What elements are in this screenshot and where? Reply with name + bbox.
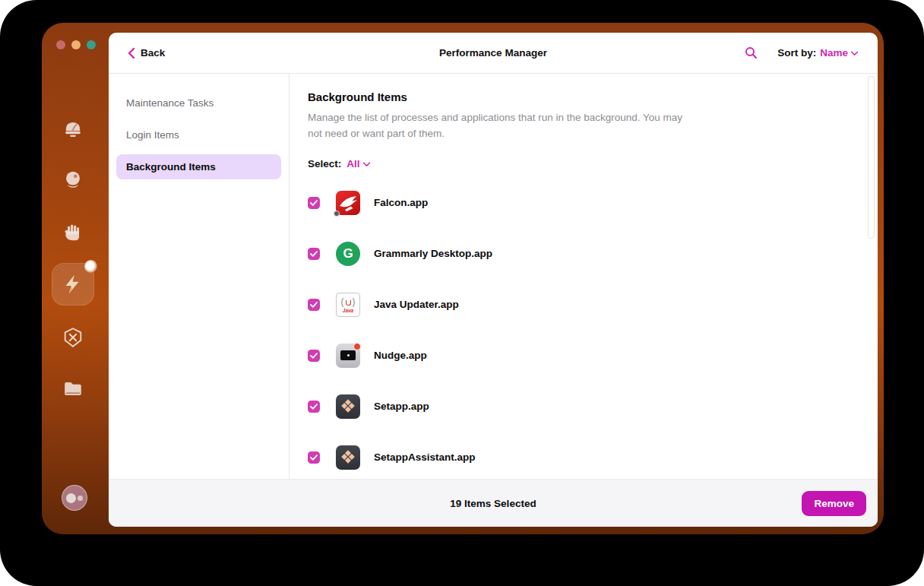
coffee-cup-glyph xyxy=(346,300,351,306)
smart-scan-orb-icon[interactable] xyxy=(62,169,84,192)
sort-by-dropdown[interactable]: Name xyxy=(820,47,859,59)
search-button[interactable] xyxy=(745,46,758,59)
module-sidebar xyxy=(42,23,109,534)
chevron-down-icon xyxy=(850,51,859,56)
back-button[interactable]: Back xyxy=(127,47,165,59)
desktop-shadow-backdrop: Back Performance Manager Sort by: Name xyxy=(0,0,924,586)
background-items-list: Falcon.app G Grammarly Desktop.app xyxy=(308,177,859,483)
nav-item-maintenance-tasks[interactable]: Maintenance Tasks xyxy=(116,90,281,116)
back-label: Back xyxy=(141,47,165,59)
list-item-falcon[interactable]: Falcon.app xyxy=(308,177,859,228)
check-icon xyxy=(310,353,318,359)
selection-status: 19 Items Selected xyxy=(450,498,536,509)
card-header: Back Performance Manager Sort by: Name xyxy=(109,33,878,74)
panel-heading: Background Items xyxy=(308,90,859,103)
files-folder-icon[interactable] xyxy=(62,377,84,400)
applications-badge-icon[interactable] xyxy=(62,326,84,349)
sort-by-label: Sort by: xyxy=(777,47,816,59)
falcon-app-icon xyxy=(336,191,360,215)
footer-bar: 19 Items Selected Remove xyxy=(109,479,878,527)
chevron-left-icon xyxy=(127,47,135,59)
card-body: Maintenance Tasks Login Items Background… xyxy=(109,74,878,479)
checkbox-checked[interactable] xyxy=(308,299,320,311)
section-nav: Maintenance Tasks Login Items Background… xyxy=(109,74,289,479)
setapp-app-icon xyxy=(336,394,360,419)
protection-hand-icon[interactable] xyxy=(62,221,84,244)
list-item-grammarly[interactable]: G Grammarly Desktop.app xyxy=(308,228,859,279)
panel-description: Manage the list of processes and applica… xyxy=(308,109,691,141)
notification-dot xyxy=(84,260,97,273)
app-name: Nudge.app xyxy=(374,350,427,361)
checkbox-checked[interactable] xyxy=(308,350,320,362)
checkbox-checked[interactable] xyxy=(308,197,320,209)
background-items-panel: Background Items Manage the list of proc… xyxy=(290,74,878,479)
app-name: Setapp.app xyxy=(374,401,429,412)
java-app-icon: ( ) Java xyxy=(336,293,360,317)
list-item-setapp-assistant[interactable]: SetappAssistant.app xyxy=(308,432,859,483)
checkbox-checked[interactable] xyxy=(308,248,320,260)
sort-by-control: Sort by: Name xyxy=(777,47,859,59)
select-label: Select: xyxy=(308,158,341,169)
app-name: Java Updater.app xyxy=(374,299,459,310)
app-name: Grammarly Desktop.app xyxy=(374,248,492,259)
select-all-dropdown[interactable]: All xyxy=(346,158,370,169)
app-name: Falcon.app xyxy=(374,197,428,208)
list-item-nudge[interactable]: Nudge.app xyxy=(308,330,859,381)
select-control: Select: All xyxy=(308,158,859,169)
nudge-app-icon xyxy=(336,344,360,368)
nav-item-login-items[interactable]: Login Items xyxy=(116,122,281,147)
remove-button[interactable]: Remove xyxy=(802,491,866,516)
performance-manager-card: Back Performance Manager Sort by: Name xyxy=(109,33,878,527)
check-icon xyxy=(310,455,318,461)
notification-badge xyxy=(353,343,361,350)
search-icon xyxy=(745,46,758,59)
list-item-setapp[interactable]: Setapp.app xyxy=(308,381,859,432)
app-name: SetappAssistant.app xyxy=(374,451,476,463)
list-item-java-updater[interactable]: ( ) Java Java Updater.app xyxy=(308,279,859,330)
performance-bolt-icon xyxy=(62,273,84,296)
app-window: Back Performance Manager Sort by: Name xyxy=(42,23,884,534)
checkbox-checked[interactable] xyxy=(308,451,320,464)
status-dot xyxy=(334,211,340,217)
nav-item-background-items[interactable]: Background Items xyxy=(116,154,281,179)
performance-module-active[interactable] xyxy=(52,263,94,306)
cleanup-module-icon[interactable] xyxy=(62,118,84,141)
check-icon xyxy=(310,200,318,206)
check-icon xyxy=(310,404,318,410)
assistant-icon[interactable] xyxy=(62,485,84,508)
grammarly-app-icon: G xyxy=(336,242,360,266)
scrollbar-thumb[interactable] xyxy=(868,76,875,239)
check-icon xyxy=(310,251,318,257)
chevron-down-icon xyxy=(362,162,371,167)
setapp-assistant-app-icon xyxy=(336,445,360,470)
checkbox-checked[interactable] xyxy=(308,401,320,413)
check-icon xyxy=(310,302,318,308)
header-actions: Sort by: Name xyxy=(745,46,859,59)
